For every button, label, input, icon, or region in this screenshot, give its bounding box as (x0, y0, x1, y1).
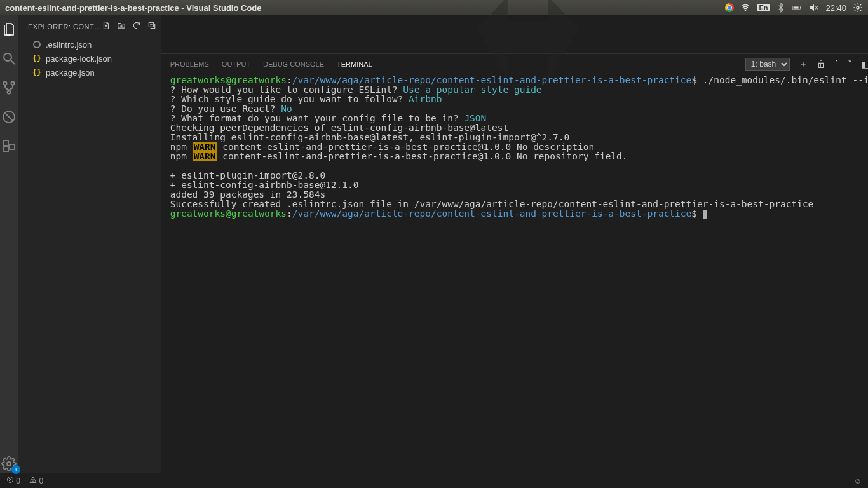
svg-rect-2 (801, 7, 801, 8)
maximize-panel-icon[interactable]: ˄ (834, 59, 839, 69)
tab-debug-console[interactable]: DEBUG CONSOLE (263, 58, 324, 71)
terminal-output[interactable]: greatworks@greatworks:/var/www/aga/artic… (161, 74, 868, 473)
source-control-icon[interactable] (0, 79, 18, 97)
keyboard-lang[interactable]: En (757, 4, 770, 11)
bottom-panel: PROBLEMS OUTPUT DEBUG CONSOLE TERMINAL 1… (161, 53, 868, 473)
wifi-icon[interactable] (740, 3, 750, 13)
window-title: content-eslint-and-prettier-is-a-best-pr… (5, 3, 262, 13)
system-tray: En 22:40 (725, 3, 863, 13)
gear-icon[interactable] (853, 3, 863, 13)
svg-point-23 (33, 482, 34, 482)
tab-terminal[interactable]: TERMINAL (337, 58, 372, 71)
settings-badge-count: 1 (11, 465, 20, 474)
search-icon[interactable] (0, 50, 18, 67)
explorer-title: EXPLORER: CONT… (28, 23, 102, 30)
editor-area: PROBLEMS OUTPUT DEBUG CONSOLE TERMINAL 1… (161, 15, 868, 473)
file-item[interactable]: .eslintrc.json (18, 37, 161, 51)
status-warnings[interactable]: 0 (29, 476, 43, 485)
json-icon: {} (32, 53, 42, 64)
settings-gear-icon[interactable]: 1 (0, 455, 18, 473)
svg-rect-16 (10, 144, 15, 149)
svg-point-11 (8, 91, 11, 94)
tab-output[interactable]: OUTPUT (222, 58, 250, 71)
kill-terminal-icon[interactable]: 🗑 (817, 59, 825, 69)
svg-point-7 (4, 53, 11, 61)
extensions-icon[interactable] (0, 137, 18, 155)
file-name: package.json (46, 68, 95, 78)
activity-bar: 1 (0, 15, 18, 473)
refresh-icon[interactable] (132, 21, 141, 32)
svg-point-0 (745, 10, 746, 10)
explorer-header: EXPLORER: CONT… (18, 15, 161, 37)
svg-point-6 (857, 6, 859, 9)
new-terminal-icon[interactable]: ＋ (799, 58, 808, 70)
file-name: package-lock.json (46, 54, 112, 64)
terminal-cursor (703, 210, 707, 219)
split-terminal-icon[interactable]: ◧ (861, 59, 868, 69)
svg-point-17 (7, 462, 11, 466)
status-errors[interactable]: 0 (6, 476, 20, 485)
svg-rect-3 (794, 6, 799, 8)
svg-rect-15 (3, 147, 8, 152)
panel-tabs: PROBLEMS OUTPUT DEBUG CONSOLE TERMINAL 1… (161, 54, 868, 74)
status-bar: 0 0 ☺ (0, 473, 868, 488)
file-item[interactable]: {}package.json (18, 65, 161, 79)
os-titlebar: content-eslint-and-prettier-is-a-best-pr… (0, 0, 868, 15)
bluetooth-icon[interactable] (776, 3, 786, 13)
chrome-icon[interactable] (725, 3, 734, 12)
terminal-selector[interactable]: 1: bash (745, 58, 790, 71)
file-name: .eslintrc.json (46, 40, 92, 50)
svg-rect-14 (3, 140, 8, 146)
volume-icon[interactable] (809, 3, 819, 13)
svg-line-13 (4, 112, 13, 121)
debug-icon[interactable] (0, 108, 18, 126)
json-icon: {} (32, 67, 42, 78)
battery-icon[interactable] (792, 3, 803, 13)
status-feedback-icon[interactable]: ☺ (854, 477, 862, 485)
explorer-sidebar: EXPLORER: CONT… .eslintrc.json{}package-… (18, 15, 161, 473)
explorer-icon[interactable] (0, 20, 18, 38)
clock[interactable]: 22:40 (825, 3, 846, 13)
svg-point-10 (11, 82, 15, 85)
svg-line-8 (11, 60, 15, 64)
eslint-icon (32, 39, 42, 50)
toggle-panel-icon[interactable]: ˅ (848, 59, 852, 69)
new-folder-icon[interactable] (117, 21, 126, 32)
new-file-icon[interactable] (102, 21, 111, 32)
tab-problems[interactable]: PROBLEMS (170, 58, 209, 71)
svg-point-9 (4, 82, 7, 85)
file-item[interactable]: {}package-lock.json (18, 51, 161, 65)
collapse-all-icon[interactable] (147, 21, 156, 32)
empty-editor-background (161, 15, 868, 53)
